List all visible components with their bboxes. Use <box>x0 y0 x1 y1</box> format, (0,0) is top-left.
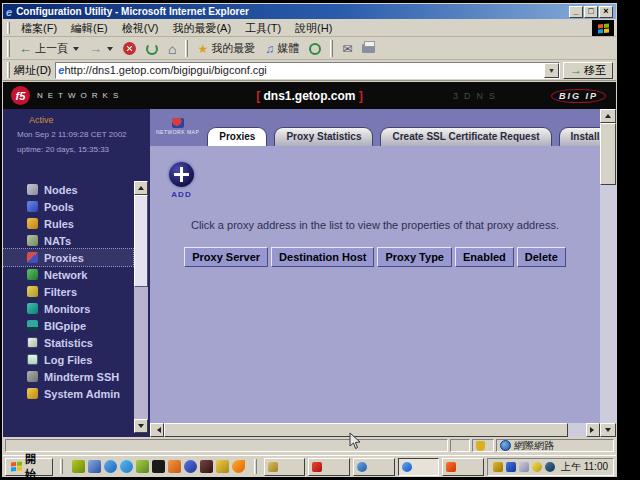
scroll-up-icon[interactable] <box>134 181 148 195</box>
tray-icon[interactable] <box>493 462 503 472</box>
sidebar-scroll-thumb[interactable] <box>134 195 148 287</box>
sidebar-item-nodes[interactable]: Nodes <box>3 181 133 198</box>
print-button[interactable] <box>357 43 380 54</box>
history-button[interactable] <box>304 42 326 56</box>
tab-proxies[interactable]: Proxies <box>207 127 267 146</box>
quicklaunch-icon[interactable] <box>232 460 245 473</box>
tab-proxy-statistics[interactable]: Proxy Statistics <box>274 127 373 146</box>
column-enabled[interactable]: Enabled <box>455 247 514 267</box>
menu-view[interactable]: 檢視(V) <box>115 20 166 37</box>
sidebar-scrollbar[interactable] <box>134 181 148 433</box>
network-map-button[interactable]: NETWORK MAP <box>156 118 199 135</box>
sidebar-item-network[interactable]: Network <box>3 266 133 283</box>
back-button[interactable]: ← 上一頁 <box>14 40 84 57</box>
window-button-icon <box>402 462 412 472</box>
url-dropdown-button[interactable]: ▼ <box>544 63 559 78</box>
sidebar-item-monitors[interactable]: Monitors <box>3 300 133 317</box>
menubar-grip[interactable] <box>7 22 10 35</box>
tab-create-ssl-certificate-request[interactable]: Create SSL Certificate Request <box>380 127 551 146</box>
taskbar-window-button-active[interactable] <box>398 458 440 476</box>
start-button[interactable]: 開始 <box>5 458 53 476</box>
sidebar-item-mindterm-ssh[interactable]: Mindterm SSH <box>3 368 133 385</box>
forward-button[interactable]: → <box>84 41 118 56</box>
mail-button[interactable]: ✉ <box>337 41 357 57</box>
menu-edit[interactable]: 編輯(E) <box>64 20 115 37</box>
vertical-scroll-thumb[interactable] <box>600 123 616 185</box>
vertical-scrollbar[interactable] <box>600 109 616 437</box>
favorites-button[interactable]: ★ 我的最愛 <box>192 40 260 57</box>
close-button[interactable]: × <box>599 6 613 18</box>
sidebar-item-statistics[interactable]: Statistics <box>3 334 133 351</box>
go-button[interactable]: → 移至 <box>563 62 613 79</box>
scroll-left-icon[interactable] <box>150 423 164 437</box>
url-box: e ▼ <box>55 62 560 79</box>
menu-file[interactable]: 檔案(F) <box>14 20 64 37</box>
tab-install-ssl-certificate[interactable]: Install SSL Certif <box>559 127 600 146</box>
quicklaunch-icon[interactable] <box>168 460 181 473</box>
scroll-down-icon[interactable] <box>600 423 616 437</box>
sidebar-item-log-files[interactable]: Log Files <box>3 351 133 368</box>
taskbar-window-button[interactable] <box>308 458 350 476</box>
back-dropdown-icon[interactable] <box>73 47 79 51</box>
tray-icon[interactable] <box>519 462 529 472</box>
menu-favorites[interactable]: 我的最愛(A) <box>165 20 238 37</box>
quicklaunch-icon[interactable] <box>72 460 85 473</box>
sidebar-item-pools[interactable]: Pools <box>3 198 133 215</box>
maximize-button[interactable]: □ <box>584 6 598 18</box>
sidebar-item-proxies[interactable]: Proxies <box>3 249 133 266</box>
taskbar-window-button[interactable] <box>353 458 395 476</box>
minimize-button[interactable]: _ <box>569 6 583 18</box>
sidebar-item-label: Monitors <box>44 303 90 315</box>
zone-label: 網際網路 <box>514 439 554 453</box>
media-button[interactable]: ♫ 媒體 <box>260 40 304 57</box>
status-pane-security <box>472 439 494 452</box>
tray-icon[interactable] <box>545 462 555 472</box>
show-desktop-icon[interactable] <box>88 460 101 473</box>
internet-explorer-icon[interactable] <box>104 460 117 473</box>
scroll-up-icon[interactable] <box>600 109 616 123</box>
quicklaunch-icon[interactable] <box>216 460 229 473</box>
f5-logo-icon: f5 <box>11 86 30 105</box>
horizontal-scroll-thumb[interactable] <box>164 423 568 437</box>
sidebar-item-system-admin[interactable]: System Admin <box>3 385 133 402</box>
sidebar-item-bigpipe[interactable]: BIGpipe <box>3 317 133 334</box>
taskbar-window-button[interactable] <box>442 458 484 476</box>
go-arrow-icon: → <box>570 63 582 77</box>
scroll-down-icon[interactable] <box>134 419 148 433</box>
taskbar-window-button[interactable] <box>264 458 306 476</box>
f5-brand-header: f5 NETWORKS [ dns1.getop.com ] 3DNS BIG … <box>3 82 616 109</box>
stop-button[interactable] <box>118 41 141 56</box>
sidebar-item-label: Filters <box>44 286 77 298</box>
column-destination-host[interactable]: Destination Host <box>271 247 374 267</box>
column-proxy-type[interactable]: Proxy Type <box>377 247 452 267</box>
scroll-right-icon[interactable] <box>586 423 600 437</box>
menu-bar: 檔案(F) 編輯(E) 檢視(V) 我的最愛(A) 工具(T) 說明(H) <box>3 20 616 37</box>
quicklaunch-icon[interactable] <box>120 460 133 473</box>
forward-dropdown-icon[interactable] <box>107 47 113 51</box>
sidebar-item-filters[interactable]: Filters <box>3 283 133 300</box>
home-button[interactable]: ⌂ <box>163 41 181 57</box>
window-title: Configuration Utility - Microsoft Intern… <box>16 6 568 17</box>
tray-icon[interactable] <box>532 462 542 472</box>
sidebar-item-rules[interactable]: Rules <box>3 215 133 232</box>
quicklaunch-icon[interactable] <box>152 460 165 473</box>
add-proxy-button[interactable] <box>169 162 194 187</box>
quicklaunch-icon[interactable] <box>136 460 149 473</box>
quicklaunch-icon[interactable] <box>184 460 197 473</box>
sidebar-item-nats[interactable]: NATs <box>3 232 133 249</box>
toolbar-grip[interactable] <box>7 40 10 57</box>
column-proxy-server[interactable]: Proxy Server <box>184 247 268 267</box>
horizontal-scrollbar[interactable] <box>150 423 600 437</box>
quicklaunch-icon[interactable] <box>200 460 213 473</box>
tray-icon[interactable] <box>506 462 516 472</box>
home-icon: ⌂ <box>168 42 176 56</box>
addressbar-grip[interactable] <box>7 62 10 78</box>
column-delete[interactable]: Delete <box>517 247 566 267</box>
window-titlebar[interactable]: e Configuration Utility - Microsoft Inte… <box>3 4 616 19</box>
menu-help[interactable]: 說明(H) <box>288 20 339 37</box>
start-label: 開始 <box>25 452 47 480</box>
refresh-button[interactable] <box>141 42 163 56</box>
history-icon <box>309 43 321 55</box>
url-input[interactable] <box>64 63 544 77</box>
menu-tools[interactable]: 工具(T) <box>238 20 288 37</box>
